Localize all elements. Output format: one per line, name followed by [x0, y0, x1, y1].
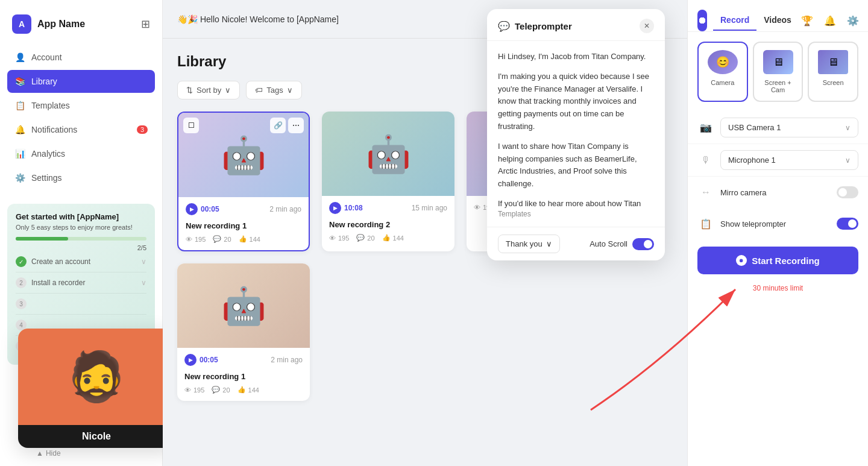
recording-card-2[interactable]: 🤖 ▶ 10:08 15 min ago New recording 2 👁 1…: [322, 112, 454, 251]
avatar-face: 🧔: [66, 348, 127, 405]
teleprompter-footer: Thank you ∨ Auto Scroll: [487, 227, 665, 260]
sidebar-item-notifications[interactable]: 🔔 Notifications 3: [7, 118, 155, 141]
camera-option-camera[interactable]: 😊 Camera: [697, 42, 748, 102]
limit-text: 30 minutes limit: [688, 284, 868, 292]
likes-stat-2: 👍 144: [382, 234, 404, 242]
views-icon-2: 👁: [329, 235, 336, 242]
comments-icon-4: 💬: [212, 386, 220, 394]
rec-ago-4: 2 min ago: [271, 356, 303, 364]
sidebar-item-settings[interactable]: ⚙️ Settings: [7, 166, 155, 189]
rec-stats-2: 👁 195 💬 20 👍 144: [322, 234, 454, 249]
comments-count-4: 20: [222, 386, 230, 394]
views-stat-2: 👁 195: [329, 234, 349, 242]
teleprompter-close-button[interactable]: ✕: [640, 19, 654, 33]
microphone-device-label: Microphone 1: [728, 156, 776, 165]
tags-icon: 🏷: [255, 86, 263, 95]
avatar-popup: 🧔 Nicole: [18, 329, 175, 448]
menu-icon[interactable]: ⋯: [288, 118, 304, 133]
play-dot-2: ▶: [329, 202, 341, 214]
comments-count-2: 20: [367, 235, 374, 242]
rec-badge-4: ▶ 00:05: [184, 354, 218, 366]
avatar-hide-button[interactable]: ▲ Hide: [36, 449, 61, 458]
recording-info-1: ▶ 00:05 2 min ago: [178, 197, 309, 221]
tab-record[interactable]: Record: [713, 10, 756, 31]
bell-icon[interactable]: 🔔: [822, 12, 838, 29]
camera-option-screen-label: Screen: [823, 79, 844, 86]
recording-card-1[interactable]: 🤖 ☐ 🔗 ⋯ ▶ 00:05 2 min ago: [177, 112, 310, 251]
task-3: 3: [16, 294, 146, 315]
camera-option-screen-cam[interactable]: 🖥 Screen + Cam: [753, 42, 804, 102]
hide-icon: ▲: [36, 449, 43, 458]
comments-icon-2: 💬: [356, 234, 365, 242]
sidebar-item-library[interactable]: 📚 Library: [7, 70, 155, 93]
task-check-icon: ✓: [16, 256, 27, 267]
teleprompter-header: 💬 Teleprompter ✕: [487, 9, 665, 41]
camera-device-select[interactable]: USB Camera 1 ∨: [720, 118, 858, 137]
mirror-camera-row: ↔ Mirro camera: [688, 177, 868, 208]
sidebar-item-analytics[interactable]: 📊 Analytics: [7, 142, 155, 165]
thumb-image-2: 🤖: [366, 133, 411, 175]
sort-icon: ⇅: [186, 86, 193, 95]
auto-scroll-toggle-switch[interactable]: [632, 238, 654, 250]
teleprompter-p4: If you'd like to hear more about how Tit…: [498, 198, 654, 210]
comments-stat-1: 💬 20: [213, 235, 231, 243]
sidebar-collapse-icon[interactable]: ⊞: [141, 17, 150, 31]
likes-count-4: 144: [248, 386, 259, 394]
record-tab-actions: 🏆 🔔 ⚙️: [799, 12, 861, 29]
template-select[interactable]: Thank you ∨: [498, 235, 560, 253]
likes-icon-4: 👍: [237, 386, 246, 394]
task-num-3-icon: 3: [16, 298, 27, 309]
play-dot-4: ▶: [184, 354, 197, 366]
camera-option-screen[interactable]: 🖥 Screen: [808, 42, 858, 102]
teleprompter-p1: Hi Lindsey, I'm Jacob from Titan Company…: [498, 51, 654, 63]
tags-button[interactable]: 🏷 Tags ∨: [246, 81, 301, 99]
microphone-device-row: 🎙 Microphone 1 ∨: [688, 144, 868, 177]
screen-only-preview-icon: 🖥: [818, 50, 848, 74]
sidebar-item-settings-label: Settings: [31, 173, 62, 183]
show-teleprompter-toggle[interactable]: [837, 218, 858, 230]
gear-icon[interactable]: ⚙️: [844, 12, 861, 29]
task-install-recorder[interactable]: 2 Install a recorder ∨: [16, 272, 146, 294]
record-tab-icon: ⏺: [697, 10, 707, 31]
teleprompter-content: Hi Lindsey, I'm Jacob from Titan Company…: [487, 41, 665, 210]
app-logo: A App Name ⊞: [7, 10, 155, 46]
microphone-device-select[interactable]: Microphone 1 ∨: [720, 150, 858, 170]
sort-button[interactable]: ⇅ Sort by ∨: [177, 81, 240, 99]
mirror-camera-toggle[interactable]: [837, 186, 858, 198]
task-num-icon: 2: [16, 277, 27, 288]
rec-stats-1: 👁 195 💬 20 👍 144: [178, 235, 309, 250]
record-tabs: ⏺ Record Videos 🏆 🔔 ⚙️: [688, 0, 868, 32]
tab-videos[interactable]: Videos: [756, 10, 799, 31]
teleprompter-p2: I'm making you a quick video because I s…: [498, 71, 654, 133]
sidebar-item-account[interactable]: 👤 Account: [7, 46, 155, 69]
camera-option-camera-label: Camera: [711, 79, 734, 86]
logo-icon: A: [12, 14, 31, 34]
auto-scroll-toggle[interactable]: Auto Scroll: [590, 238, 654, 250]
task-label: Create an account: [31, 257, 136, 266]
start-recording-label: Start Recording: [752, 256, 820, 266]
comments-icon: 💬: [213, 235, 221, 243]
views-count-1: 195: [195, 236, 206, 243]
thumb-image-4: 🤖: [221, 285, 266, 327]
recording-thumbnail-1: 🤖 ☐ 🔗 ⋯: [178, 113, 309, 197]
teleprompter-title-row: 💬 Teleprompter: [498, 20, 572, 32]
teleprompter-p3: I want to share how Titan Company is hel…: [498, 140, 654, 190]
sidebar-nav: 👤 Account 📚 Library 📋 Templates 🔔 Notifi…: [7, 46, 155, 189]
rec-title-1: New recording 1: [178, 221, 309, 235]
link-icon[interactable]: 🔗: [270, 118, 286, 133]
start-recording-button[interactable]: ⏺ Start Recording: [697, 247, 858, 274]
views-count-2: 195: [338, 235, 349, 242]
comments-stat-2: 💬 20: [356, 234, 374, 242]
recording-card-4[interactable]: 🤖 ▶ 00:05 2 min ago New recording 1 👁 19…: [177, 263, 310, 401]
task-create-account[interactable]: ✓ Create an account ∨: [16, 251, 146, 272]
account-icon: 👤: [14, 52, 25, 63]
camera-option-screen-cam-label: Screen + Cam: [758, 79, 799, 93]
views-stat-1: 👁 195: [186, 235, 206, 243]
show-teleprompter-row: 📋 Show teleprompter: [688, 208, 868, 239]
checkbox-icon[interactable]: ☐: [183, 118, 199, 133]
rec-time-4: 00:05: [200, 356, 218, 364]
views-icon-4: 👁: [184, 386, 191, 394]
sidebar-item-templates[interactable]: 📋 Templates: [7, 94, 155, 117]
sidebar-item-templates-label: Templates: [31, 101, 70, 110]
template-selected-label: Thank you: [506, 239, 542, 248]
